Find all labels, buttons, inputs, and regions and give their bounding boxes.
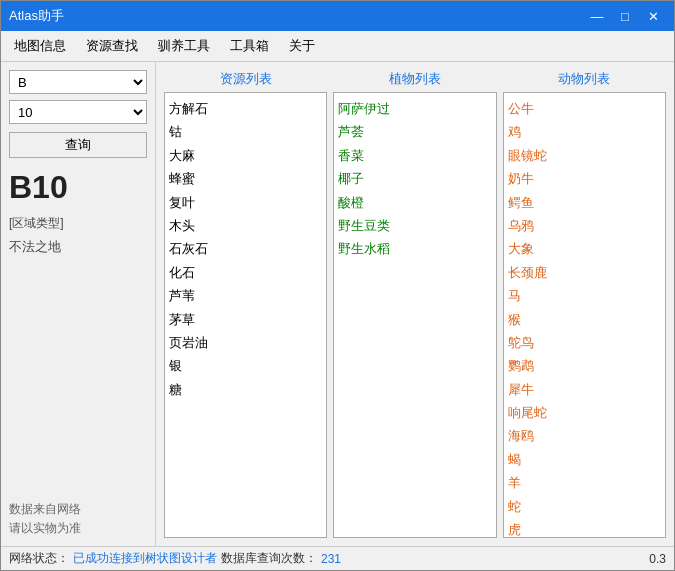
menu-item-工具箱[interactable]: 工具箱 xyxy=(221,33,278,59)
list-item[interactable]: 化石 xyxy=(169,261,322,284)
list-item[interactable]: 糖 xyxy=(169,378,322,401)
list-item[interactable]: 长颈鹿 xyxy=(508,261,661,284)
list-item[interactable]: 鳄鱼 xyxy=(508,191,661,214)
list-item[interactable]: 方解石 xyxy=(169,97,322,120)
list-item[interactable]: 奶牛 xyxy=(508,167,661,190)
status-db-label: 数据库查询次数： xyxy=(221,550,317,567)
animal-list-title: 动物列表 xyxy=(503,70,666,88)
animal-list-box[interactable]: 公牛鸡眼镜蛇奶牛鳄鱼乌鸦大象长颈鹿马猴鸵鸟鹦鹉犀牛响尾蛇海鸥蝎羊蛇虎龟狼 xyxy=(503,92,666,538)
list-item[interactable]: 酸橙 xyxy=(338,191,491,214)
list-item[interactable]: 虎 xyxy=(508,518,661,538)
list-item[interactable]: 芦荟 xyxy=(338,120,491,143)
list-item[interactable]: 茅草 xyxy=(169,308,322,331)
list-item[interactable]: 野生水稻 xyxy=(338,237,491,260)
region-type-label: [区域类型] xyxy=(9,215,147,232)
menu-item-驯养工具[interactable]: 驯养工具 xyxy=(149,33,219,59)
right-panel: 资源列表 方解石钴大麻蜂蜜复叶木头石灰石化石芦苇茅草页岩油银糖 植物列表 阿萨伊… xyxy=(156,62,674,546)
maximize-button[interactable]: □ xyxy=(612,6,638,26)
region-select[interactable]: ABCDEFGHIJKLMNOPQRSTUVWXYZ xyxy=(9,70,147,94)
note-line1: 数据来自网络 xyxy=(9,500,147,519)
status-bar: 网络状态： 已成功连接到树状图设计者 数据库查询次数： 231 0.3 xyxy=(1,546,674,570)
list-item[interactable]: 马 xyxy=(508,284,661,307)
resource-list-box[interactable]: 方解石钴大麻蜂蜜复叶木头石灰石化石芦苇茅草页岩油银糖 xyxy=(164,92,327,538)
note-text: 数据来自网络 请以实物为准 xyxy=(9,500,147,538)
plant-list-section: 植物列表 阿萨伊过芦荟香菜椰子酸橙野生豆类野生水稻 xyxy=(333,70,496,538)
list-item[interactable]: 鸡 xyxy=(508,120,661,143)
query-button[interactable]: 查询 xyxy=(9,132,147,158)
menu-item-地图信息[interactable]: 地图信息 xyxy=(5,33,75,59)
list-item[interactable]: 海鸥 xyxy=(508,424,661,447)
list-item[interactable]: 蜂蜜 xyxy=(169,167,322,190)
window-controls: — □ ✕ xyxy=(584,6,666,26)
title-bar: Atlas助手 — □ ✕ xyxy=(1,1,674,31)
list-item[interactable]: 猴 xyxy=(508,308,661,331)
list-item[interactable]: 大象 xyxy=(508,237,661,260)
plant-list-box[interactable]: 阿萨伊过芦荟香菜椰子酸橙野生豆类野生水稻 xyxy=(333,92,496,538)
plant-list-title: 植物列表 xyxy=(333,70,496,88)
list-item[interactable]: 大麻 xyxy=(169,144,322,167)
location-id: B10 xyxy=(9,170,147,205)
list-item[interactable]: 野生豆类 xyxy=(338,214,491,237)
list-item[interactable]: 蛇 xyxy=(508,495,661,518)
list-item[interactable]: 石灰石 xyxy=(169,237,322,260)
list-item[interactable]: 阿萨伊过 xyxy=(338,97,491,120)
list-item[interactable]: 鹦鹉 xyxy=(508,354,661,377)
status-version: 0.3 xyxy=(649,552,666,566)
status-connected-text: 已成功连接到树状图设计者 xyxy=(73,550,217,567)
content-area: ABCDEFGHIJKLMNOPQRSTUVWXYZ 1234567891011… xyxy=(1,62,674,546)
list-item[interactable]: 复叶 xyxy=(169,191,322,214)
animal-list-section: 动物列表 公牛鸡眼镜蛇奶牛鳄鱼乌鸦大象长颈鹿马猴鸵鸟鹦鹉犀牛响尾蛇海鸥蝎羊蛇虎龟… xyxy=(503,70,666,538)
left-panel: ABCDEFGHIJKLMNOPQRSTUVWXYZ 1234567891011… xyxy=(1,62,156,546)
note-line2: 请以实物为准 xyxy=(9,519,147,538)
minimize-button[interactable]: — xyxy=(584,6,610,26)
list-item[interactable]: 响尾蛇 xyxy=(508,401,661,424)
list-item[interactable]: 木头 xyxy=(169,214,322,237)
list-item[interactable]: 椰子 xyxy=(338,167,491,190)
list-item[interactable]: 犀牛 xyxy=(508,378,661,401)
window-title: Atlas助手 xyxy=(9,7,584,25)
list-item[interactable]: 乌鸦 xyxy=(508,214,661,237)
list-item[interactable]: 羊 xyxy=(508,471,661,494)
list-item[interactable]: 鸵鸟 xyxy=(508,331,661,354)
list-item[interactable]: 银 xyxy=(169,354,322,377)
list-item[interactable]: 眼镜蛇 xyxy=(508,144,661,167)
region-name: 不法之地 xyxy=(9,238,147,256)
menu-bar: 地图信息资源查找驯养工具工具箱关于 xyxy=(1,31,674,62)
list-item[interactable]: 蝎 xyxy=(508,448,661,471)
list-item[interactable]: 页岩油 xyxy=(169,331,322,354)
list-item[interactable]: 芦苇 xyxy=(169,284,322,307)
menu-item-关于[interactable]: 关于 xyxy=(280,33,324,59)
number-select[interactable]: 123456789101112131415 xyxy=(9,100,147,124)
main-window: Atlas助手 — □ ✕ 地图信息资源查找驯养工具工具箱关于 ABCDEFGH… xyxy=(0,0,675,571)
resource-list-title: 资源列表 xyxy=(164,70,327,88)
list-item[interactable]: 香菜 xyxy=(338,144,491,167)
status-label: 网络状态： xyxy=(9,550,69,567)
status-db-count: 231 xyxy=(321,552,341,566)
menu-item-资源查找[interactable]: 资源查找 xyxy=(77,33,147,59)
resource-list-section: 资源列表 方解石钴大麻蜂蜜复叶木头石灰石化石芦苇茅草页岩油银糖 xyxy=(164,70,327,538)
close-button[interactable]: ✕ xyxy=(640,6,666,26)
list-item[interactable]: 公牛 xyxy=(508,97,661,120)
list-item[interactable]: 钴 xyxy=(169,120,322,143)
